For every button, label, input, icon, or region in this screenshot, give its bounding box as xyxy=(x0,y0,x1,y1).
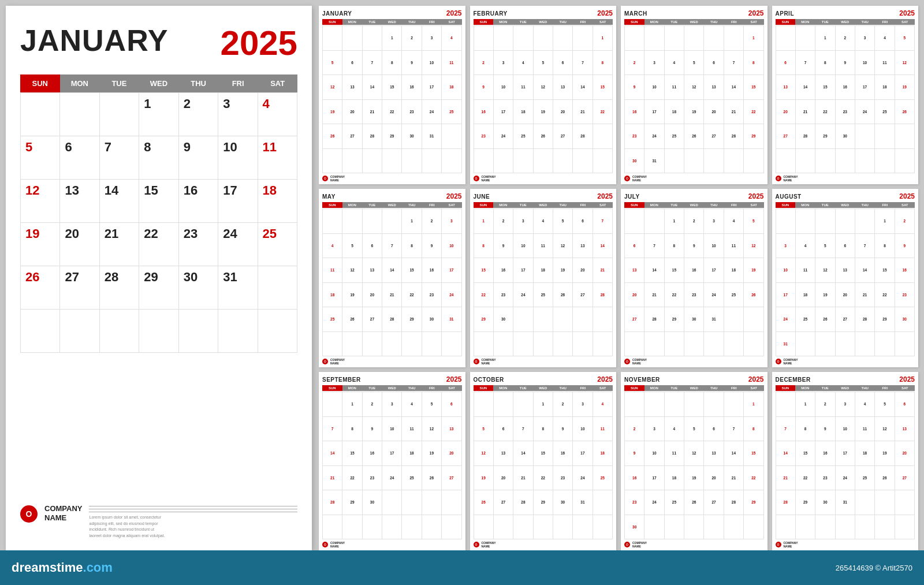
small-cell: 15 xyxy=(744,75,763,100)
small-cell: 29 xyxy=(796,490,815,515)
small-cell: 7 xyxy=(573,51,593,76)
small-cell: 3 xyxy=(442,209,461,234)
day-header-thu: THU xyxy=(178,74,218,92)
small-company-logo: O xyxy=(474,542,479,547)
small-cell: 3 xyxy=(776,234,796,259)
small-day-h-mon: MON xyxy=(493,202,513,208)
small-cell: 2 xyxy=(402,26,422,51)
small-cell: 4 xyxy=(665,51,684,76)
small-cell xyxy=(422,149,442,174)
small-cell: 1 xyxy=(875,209,895,234)
large-days-header: SUN MON TUE WED THU FRI SAT xyxy=(20,74,297,92)
small-cell xyxy=(665,149,684,174)
small-cell: 15 xyxy=(796,441,815,466)
small-cal-july: JULY2025SUNMONTUEWEDTHUFRISAT12345678910… xyxy=(621,189,767,367)
small-cell: 8 xyxy=(474,234,494,259)
small-cell: 6 xyxy=(625,234,644,259)
small-cell: 9 xyxy=(402,51,422,76)
small-cell: 18 xyxy=(323,283,342,308)
day-header-fri: FRI xyxy=(218,74,258,92)
small-cell: 10 xyxy=(442,234,461,259)
small-cell xyxy=(836,209,855,234)
small-cell: 27 xyxy=(573,283,593,308)
small-day-h-thu: THU xyxy=(402,19,422,25)
small-cell: 25 xyxy=(534,283,553,308)
small-cell: 9 xyxy=(363,417,382,442)
small-cell: 4 xyxy=(442,26,461,51)
small-cal-body: 1234567891011121314151617181920212223242… xyxy=(776,25,915,173)
dreamstime-logo: dreamstime.com xyxy=(12,560,113,575)
small-day-h-sat: SAT xyxy=(744,202,764,208)
small-cell: 27 xyxy=(342,124,362,149)
small-cell: 18 xyxy=(665,466,684,491)
small-cell: 7 xyxy=(513,417,533,442)
small-cell: 23 xyxy=(625,490,644,515)
small-cell: 8 xyxy=(815,51,835,76)
small-cell xyxy=(704,392,724,417)
small-cell: 6 xyxy=(442,392,461,417)
small-cell: 28 xyxy=(724,124,744,149)
small-cell: 28 xyxy=(796,124,815,149)
small-cell: 22 xyxy=(796,466,815,491)
small-cell xyxy=(534,307,553,332)
small-cell: 16 xyxy=(553,441,573,466)
small-cell: 24 xyxy=(513,283,533,308)
small-cell xyxy=(776,515,796,540)
small-cell: 20 xyxy=(363,283,382,308)
small-cell: 14 xyxy=(796,75,815,100)
small-cell: 20 xyxy=(836,283,855,308)
small-days-header: SUNMONTUEWEDTHUFRISAT xyxy=(322,19,462,25)
large-cal-cell xyxy=(258,310,297,353)
small-cell xyxy=(855,124,875,149)
small-cell: 22 xyxy=(534,466,553,491)
small-cell: 14 xyxy=(323,441,342,466)
small-cell: 3 xyxy=(382,392,402,417)
large-cal-cell: 30 xyxy=(179,266,218,310)
small-cell: 25 xyxy=(665,124,684,149)
small-cell: 13 xyxy=(342,75,362,100)
small-cell: 16 xyxy=(836,75,855,100)
small-cell: 4 xyxy=(593,392,613,417)
small-cell: 9 xyxy=(553,417,573,442)
small-cell: 16 xyxy=(402,75,422,100)
large-cal-cell: 29 xyxy=(139,266,178,310)
small-cell xyxy=(573,26,593,51)
small-cell: 17 xyxy=(644,100,664,125)
small-cal-june: JUNE2025SUNMONTUEWEDTHUFRISAT12345678910… xyxy=(470,189,617,367)
small-cell: 11 xyxy=(402,417,422,442)
small-cell: 15 xyxy=(382,75,402,100)
small-cell: 4 xyxy=(513,51,533,76)
small-cell: 22 xyxy=(474,283,494,308)
small-day-h-thu: THU xyxy=(402,202,422,208)
small-cell: 17 xyxy=(442,258,461,283)
large-cal-cell: 7 xyxy=(100,136,139,180)
small-cell xyxy=(836,332,855,357)
small-cell: 18 xyxy=(875,75,895,100)
small-cell xyxy=(815,332,835,357)
small-day-h-sun: SUN xyxy=(776,19,796,25)
small-company-logo: O xyxy=(776,176,781,181)
small-cell xyxy=(665,515,684,540)
small-cell: 12 xyxy=(684,441,704,466)
small-cell: 8 xyxy=(342,417,362,442)
small-cal-footer: OCOMPANYNAME xyxy=(776,541,915,548)
large-year: 2025 xyxy=(221,23,297,63)
small-cal-header: APRIL2025 xyxy=(776,9,915,17)
small-cell: 16 xyxy=(363,441,382,466)
large-cal-body: 1234567891011121314151617181920212223242… xyxy=(20,92,297,353)
large-cal-cell: 5 xyxy=(21,136,60,180)
small-cell: 6 xyxy=(363,234,382,259)
small-day-h-thu: THU xyxy=(553,19,573,25)
small-cell: 25 xyxy=(875,100,895,125)
small-cell xyxy=(665,392,684,417)
small-cell xyxy=(855,209,875,234)
small-company-logo: O xyxy=(322,542,328,547)
small-cell: 10 xyxy=(494,75,513,100)
small-cell xyxy=(644,332,664,357)
small-cell: 16 xyxy=(494,258,513,283)
small-cell: 28 xyxy=(323,490,342,515)
small-cell: 23 xyxy=(895,283,915,308)
small-cell: 12 xyxy=(422,417,442,442)
small-days-header: SUNMONTUEWEDTHUFRISAT xyxy=(624,385,764,391)
small-cell: 23 xyxy=(684,283,704,308)
